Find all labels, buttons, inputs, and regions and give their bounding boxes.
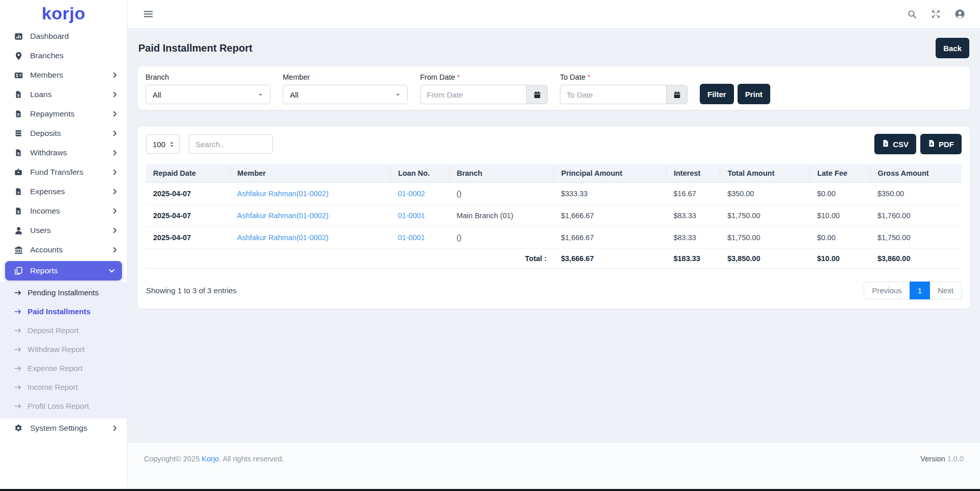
submenu-item-label: Pending Installments [28, 288, 99, 297]
submenu-item-deposit-report[interactable]: Deposit Report [0, 321, 127, 340]
chevron-right-icon [112, 72, 118, 78]
submenu-item-income-report[interactable]: Income Report [0, 378, 127, 396]
member-link[interactable]: Ashfakur Rahman(01-0002) [237, 212, 329, 220]
page-title: Paid Installment Report [138, 42, 252, 54]
total-amount: $3,850.00 [720, 249, 810, 269]
total-late-fee: $10.00 [810, 249, 870, 269]
pagination: Previous 1 Next [864, 282, 962, 299]
gross-amount-cell: $350.00 [870, 183, 962, 205]
search-input[interactable] [189, 134, 273, 154]
member-link[interactable]: Ashfakur Rahman(01-0002) [237, 233, 329, 242]
search-icon[interactable] [908, 10, 917, 19]
table-row: 2025-04-07Ashfakur Rahman(01-0002)01-000… [146, 183, 962, 205]
sidebar-item-fund-transfers[interactable]: Fund Transfers [0, 162, 127, 182]
column-header-gross-amount: Gross Amount [870, 164, 962, 183]
csv-button[interactable]: xCSV [874, 134, 916, 154]
principal-amount-cell: $1,666.67 [554, 205, 667, 227]
gear-icon [13, 424, 23, 432]
loan-no-link[interactable]: 01-0001 [398, 212, 425, 220]
brand-logo[interactable]: korjo [0, 0, 127, 27]
required-asterisk: * [457, 73, 460, 81]
sidebar-item-label: Incomes [30, 206, 60, 216]
chevron-down-icon [109, 268, 115, 274]
sidebar-item-accounts[interactable]: Accounts [0, 240, 127, 260]
sidebar-item-branches[interactable]: Branches [0, 46, 127, 65]
calendar-icon[interactable] [526, 85, 548, 104]
sidebar-item-label: System Settings [30, 424, 87, 433]
principal-amount-cell: $1,666.67 [554, 227, 667, 249]
branch-cell: Main Branch (01) [449, 205, 554, 227]
pagination-previous[interactable]: Previous [864, 282, 910, 299]
submenu-item-profit-loss-report[interactable]: Profit Loss Report [0, 396, 127, 415]
submenu-item-label: Profit Loss Report [28, 402, 89, 410]
chevron-right-icon [112, 208, 118, 214]
topbar-icons [908, 9, 965, 19]
filter-button[interactable]: Filter [700, 84, 734, 104]
arrow-right-icon [14, 365, 21, 372]
file-dollar-icon: $ [13, 90, 23, 99]
late-fee-cell: $10.00 [810, 205, 870, 227]
gross-amount-cell: $1,760.00 [870, 205, 962, 227]
map-pin-icon [13, 52, 23, 60]
submenu-item-pending-installments[interactable]: Pending Installments [0, 283, 127, 302]
chevron-right-icon [112, 91, 118, 98]
back-button[interactable]: Back [936, 38, 969, 58]
loan-no-cell: 01-0002 [390, 183, 449, 205]
table-total-row: Total :$3,666.67$183.33$3,850.00$10.00$3… [146, 249, 962, 269]
submenu-item-label: Expense Report [28, 364, 83, 372]
repaid-date-cell: 2025-04-07 [146, 183, 230, 205]
branch-select[interactable]: All [145, 85, 271, 104]
sidebar-item-dashboard[interactable]: Dashboard [0, 27, 127, 46]
submenu-item-withdraw-report[interactable]: Withdraw Report [0, 340, 127, 359]
sidebar-item-incomes[interactable]: $Incomes [0, 201, 127, 221]
sidebar-item-repayments[interactable]: Repayments [0, 104, 127, 124]
sidebar-nav: DashboardBranchesMembers$LoansRepayments… [0, 27, 127, 438]
chevron-right-icon [112, 130, 118, 136]
table-row: 2025-04-07Ashfakur Rahman(01-0002)01-000… [146, 227, 962, 249]
calendar-icon[interactable] [666, 85, 688, 104]
member-link[interactable]: Ashfakur Rahman(01-0002) [237, 190, 329, 198]
menu-icon[interactable] [143, 9, 154, 19]
chevron-right-icon [112, 425, 118, 431]
chevron-right-icon [112, 169, 118, 175]
chevron-down-icon [258, 92, 263, 98]
sidebar-item-users[interactable]: Users [0, 221, 127, 240]
loan-no-link[interactable]: 01-0002 [398, 190, 425, 198]
sidebar-item-label: Expenses [30, 187, 65, 196]
pdf-button[interactable]: APDF [920, 134, 962, 154]
sidebar-item-withdraws[interactable]: $Withdraws [0, 143, 127, 162]
arrow-right-icon [14, 403, 21, 410]
file-x-icon: x [13, 188, 23, 196]
repaid-date-cell: 2025-04-07 [146, 205, 230, 227]
sidebar-item-members[interactable]: Members [0, 65, 127, 85]
late-fee-cell: $0.00 [810, 227, 870, 249]
filter-actions: Filter Print [700, 84, 770, 104]
to-date-input[interactable] [560, 85, 666, 104]
page-length-select[interactable]: 100 [146, 134, 180, 154]
file-lines-icon [13, 110, 23, 118]
sidebar-item-expenses[interactable]: xExpenses [0, 182, 127, 201]
sidebar-item-system-settings[interactable]: System Settings [0, 418, 127, 438]
sidebar-item-label: Members [30, 71, 63, 80]
money-stack-icon [13, 129, 23, 137]
fullscreen-icon[interactable] [932, 10, 940, 18]
submenu-item-expense-report[interactable]: Expense Report [0, 359, 127, 378]
bank-icon [13, 246, 23, 254]
pagination-next[interactable]: Next [929, 282, 962, 299]
submenu-item-label: Withdraw Report [28, 345, 85, 354]
sidebar-item-reports[interactable]: Reports [5, 261, 122, 280]
footer-brand-link[interactable]: Korjo [202, 455, 219, 463]
print-button[interactable]: Print [738, 84, 770, 104]
loan-no-link[interactable]: 01-0001 [398, 233, 425, 242]
from-date-input[interactable] [420, 85, 526, 104]
sidebar-item-deposits[interactable]: Deposits [0, 124, 127, 143]
user-profile-icon[interactable] [955, 9, 965, 19]
pagination-page-1[interactable]: 1 [910, 282, 930, 299]
member-select[interactable]: All [283, 85, 408, 104]
branch-select-value: All [153, 90, 161, 99]
branch-cell: () [449, 183, 554, 205]
submenu-item-paid-installments[interactable]: Paid Installments [0, 302, 127, 321]
main-column: Paid Installment Report Back Branch All … [128, 0, 980, 491]
total-label: Total : [146, 249, 554, 269]
sidebar-item-loans[interactable]: $Loans [0, 85, 127, 104]
